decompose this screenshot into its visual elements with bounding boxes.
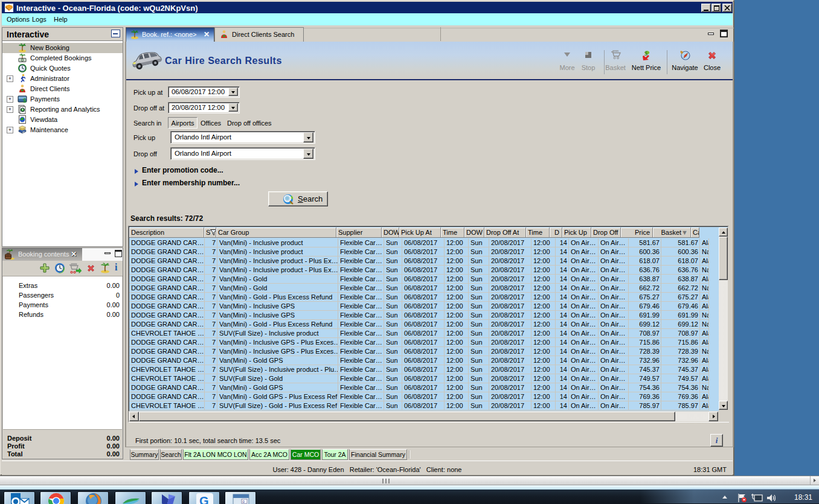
svg-text:$: $ (644, 50, 647, 57)
svg-text:$: $ (23, 97, 27, 104)
svg-text:G: G (199, 494, 209, 504)
